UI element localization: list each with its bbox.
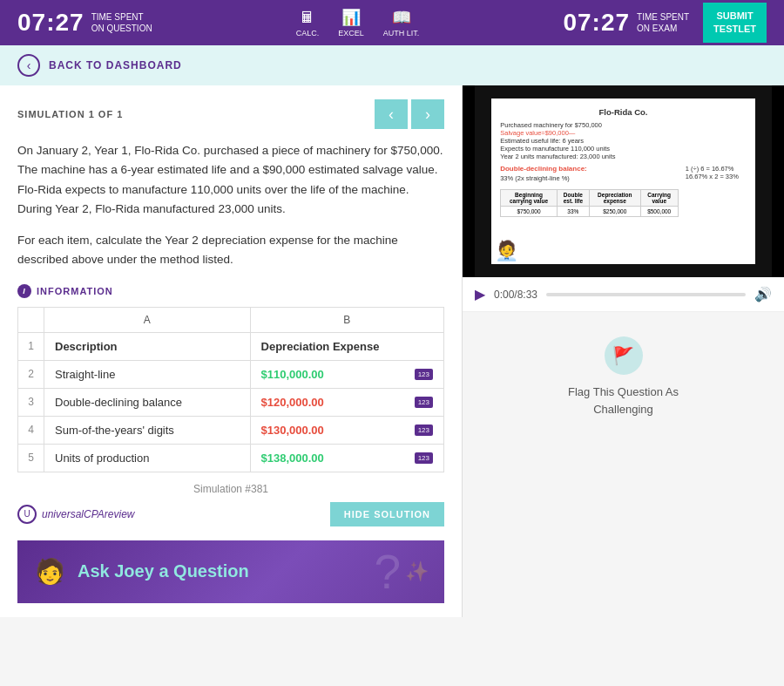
table-row: 3 Double-declining balance $120,000.00 1…	[18, 388, 444, 416]
excel-icon-block[interactable]: 📊 EXCEL	[338, 8, 364, 37]
flag-section: 🚩 Flag This Question As Challenging	[463, 312, 784, 435]
sparkle-deco: ✨	[405, 560, 429, 583]
progress-bar-container[interactable]	[546, 293, 746, 296]
flag-circle-button[interactable]: 🚩	[605, 336, 643, 375]
row-desc: Double-declining balance	[44, 388, 251, 416]
ask-joey-banner[interactable]: 🧑 Ask Joey a Question ? ✨	[17, 540, 444, 603]
question-text: On January 2, Year 1, Flo-Rida Co. purch…	[17, 141, 444, 219]
row-num: 3	[18, 388, 44, 416]
header-expense: Depreciation Expense	[250, 332, 443, 360]
slide-title: Flo-Rida Co.	[500, 107, 747, 117]
sim-footer-brand: U universalCPAreview HIDE SOLUTION	[17, 502, 444, 526]
ask-joey-text: Ask Joey a Question	[78, 561, 249, 581]
row-num: 2	[18, 360, 44, 388]
left-panel: SIMULATION 1 OF 1 ‹ › On January 2, Year…	[0, 85, 462, 617]
calc-icon: 🖩	[300, 9, 315, 27]
sim-header: SIMULATION 1 OF 1 ‹ ›	[17, 99, 444, 129]
back-circle-icon[interactable]: ‹	[17, 54, 40, 77]
auth-icon: 📖	[392, 8, 411, 27]
app-header: 07:27 TIME SPENT ON QUESTION 🖩 CALC. 📊 E…	[0, 0, 784, 45]
volume-icon[interactable]: 🔊	[754, 286, 772, 302]
row-expense: $110,000.00 123	[250, 360, 443, 388]
video-controls: ▶ 0:00/8:33 🔊	[463, 277, 784, 312]
question-time-block: 07:27 TIME SPENT ON QUESTION	[17, 9, 152, 37]
slide-formula: 33% (2x straight-line %)	[500, 174, 679, 182]
play-button[interactable]: ▶	[475, 286, 485, 302]
exam-time-display: 07:27	[563, 9, 630, 37]
question-time-display: 07:27	[17, 9, 84, 37]
sim-number: Simulation #381	[17, 483, 444, 495]
brand-logo: U universalCPAreview	[17, 505, 134, 524]
back-label[interactable]: BACK TO DASHBOARD	[49, 59, 182, 71]
sub-text: For each item, calculate the Year 2 depr…	[17, 231, 444, 270]
table-row: 5 Units of production $138,000.00 123	[18, 444, 444, 472]
row-num: 4	[18, 416, 44, 444]
sim-footer: Simulation #381 U universalCPAreview HID…	[17, 483, 444, 526]
back-bar: ‹ BACK TO DASHBOARD	[0, 45, 784, 85]
next-button[interactable]: ›	[411, 99, 444, 129]
slide-items: Purchased machinery for $750,000 Salvage…	[500, 121, 747, 160]
answer-badge: 123	[415, 397, 433, 408]
col-empty-header	[18, 307, 44, 332]
time-display: 0:00/8:33	[494, 289, 537, 301]
auth-icon-block[interactable]: 📖 AUTH LIT.	[383, 8, 420, 37]
exam-time-block: 07:27 TIME SPENT ON EXAM	[563, 9, 689, 37]
header-desc: Description	[44, 332, 251, 360]
slide-formula-label: Double-declining balance:	[500, 165, 679, 173]
answer-badge: 123	[415, 452, 433, 464]
col-b-header: B	[250, 307, 443, 332]
row-expense: $130,000.00 123	[250, 416, 443, 444]
col-a-header: A	[44, 307, 251, 332]
row-expense: $120,000.00 123	[250, 388, 443, 416]
header-icons: 🖩 CALC. 📊 EXCEL 📖 AUTH LIT.	[296, 8, 420, 37]
header-row-num: 1	[18, 332, 44, 360]
row-desc: Sum-of-the-years' digits	[44, 416, 251, 444]
slide-fraction2: 16.67% x 2 = 33%	[686, 173, 747, 180]
row-expense: $138,000.00 123	[250, 444, 443, 472]
nav-buttons: ‹ ›	[375, 99, 444, 129]
answer-badge: 123	[415, 425, 433, 436]
row-num: 5	[18, 444, 44, 472]
info-label: i INFORMATION	[17, 284, 444, 298]
answer-badge: 123	[415, 369, 433, 380]
excel-icon: 📊	[341, 8, 361, 27]
question-mark-deco: ?	[374, 544, 401, 600]
brand-name: universalCPAreview	[42, 508, 134, 520]
slide-fraction: 1 (÷) 6 = 16.67%	[686, 165, 747, 173]
video-preview: Flo-Rida Co. Purchased machinery for $75…	[463, 85, 784, 277]
calc-icon-block[interactable]: 🖩 CALC.	[296, 9, 320, 37]
row-desc: Units of production	[44, 444, 251, 472]
info-icon: i	[17, 284, 31, 298]
prev-button[interactable]: ‹	[375, 99, 408, 129]
row-desc: Straight-line	[44, 360, 251, 388]
question-time-label: TIME SPENT ON QUESTION	[91, 11, 152, 34]
joey-figure: 🧑	[35, 557, 65, 586]
slide-table: Beginningcarrying value Doubleest. life …	[500, 189, 679, 217]
main-layout: SIMULATION 1 OF 1 ‹ › On January 2, Year…	[0, 85, 784, 617]
exam-time-label: TIME SPENT ON EXAM	[637, 11, 689, 34]
sim-label: SIMULATION 1 OF 1	[17, 109, 123, 119]
black-bar-left	[463, 85, 475, 277]
brand-circle-icon: U	[17, 505, 37, 524]
table-row: 2 Straight-line $110,000.00 123	[18, 360, 444, 388]
hide-solution-button[interactable]: HIDE SOLUTION	[330, 502, 444, 526]
video-slide: Flo-Rida Co. Purchased machinery for $75…	[491, 98, 755, 263]
black-bar-right	[772, 85, 784, 277]
slide-figure-icon: 🧑‍💼	[495, 240, 518, 262]
simulation-table: A B 1 Description Depreciation Expense 2…	[17, 307, 444, 472]
table-row: 4 Sum-of-the-years' digits $130,000.00 1…	[18, 416, 444, 444]
right-panel: Flo-Rida Co. Purchased machinery for $75…	[462, 85, 784, 617]
flag-text: Flag This Question As Challenging	[568, 384, 679, 418]
submit-testlet-button[interactable]: SUBMIT TESTLET	[703, 3, 767, 44]
